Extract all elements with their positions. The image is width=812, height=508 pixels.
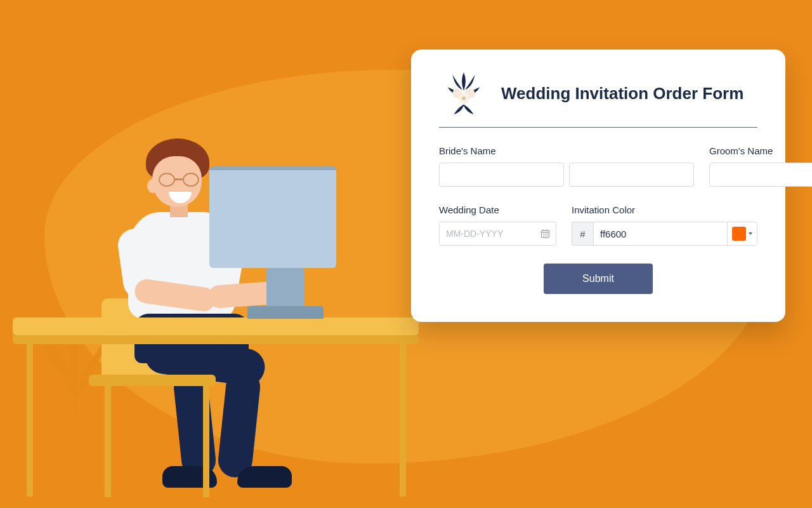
floral-icon: [439, 69, 488, 118]
svg-point-9: [545, 234, 546, 235]
submit-button[interactable]: Submit: [544, 264, 653, 294]
wedding-date-label: Wedding Date: [439, 204, 556, 215]
svg-point-12: [545, 236, 546, 237]
svg-point-10: [546, 234, 547, 235]
form-title: Wedding Invitation Order Form: [501, 84, 743, 104]
divider: [439, 127, 757, 128]
groom-name-label: Groom's Name: [709, 145, 812, 156]
svg-point-11: [543, 236, 544, 237]
bride-last-name-input[interactable]: [569, 163, 694, 187]
order-form-card: Wedding Invitation Order Form Bride's Na…: [411, 50, 785, 322]
svg-point-3: [462, 97, 466, 100]
invitation-color-input[interactable]: [593, 222, 727, 246]
color-picker-button[interactable]: [727, 222, 757, 246]
bride-first-name-input[interactable]: [439, 163, 564, 187]
calendar-icon: [540, 229, 550, 239]
groom-first-name-input[interactable]: [709, 163, 812, 187]
illustration-person-at-desk: [13, 140, 419, 495]
invitation-color-label: Invitation Color: [572, 204, 757, 215]
chevron-down-icon: [749, 232, 752, 235]
monitor-icon: [209, 166, 336, 268]
color-swatch: [732, 227, 746, 241]
bride-name-label: Bride's Name: [439, 145, 694, 156]
color-hash-prefix: #: [572, 222, 593, 246]
svg-point-13: [546, 236, 547, 237]
svg-point-8: [543, 234, 544, 235]
wedding-date-input[interactable]: [439, 222, 556, 246]
